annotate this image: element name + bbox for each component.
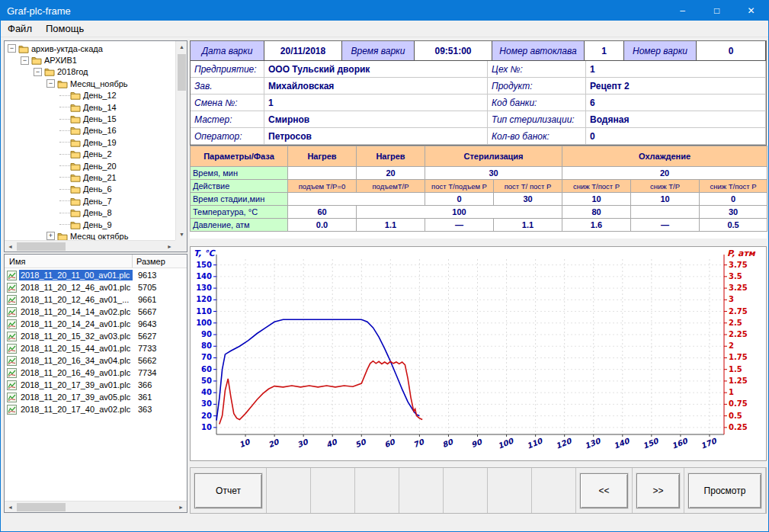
file-row[interactable]: 2018_11_20_12_46_av01_...9661: [5, 293, 187, 306]
tree-item[interactable]: День_14: [5, 101, 175, 113]
tree-item[interactable]: День_16: [5, 125, 175, 136]
tree-item[interactable]: День_20: [5, 160, 175, 171]
scroll-thumb[interactable]: [17, 503, 66, 511]
close-icon[interactable]: ✕: [734, 1, 768, 21]
tree-item[interactable]: День_19: [5, 136, 175, 148]
collapse-icon[interactable]: −: [34, 68, 42, 76]
file-list: Имя Размер 2018_11_20_11_00_av01.plc9613…: [4, 254, 187, 513]
svg-text:130: 130: [584, 436, 602, 450]
tree-item[interactable]: День_8: [5, 207, 175, 218]
menu-help[interactable]: Помощь: [39, 21, 91, 37]
svg-text:3: 3: [729, 295, 734, 303]
tree-item[interactable]: −архив-уктда-скада: [5, 43, 175, 54]
folder-icon: [70, 162, 81, 171]
tree-item[interactable]: День_12: [5, 90, 175, 101]
form-field-value: Водяная: [586, 111, 766, 128]
scroll-right-icon[interactable]: ►: [175, 502, 187, 513]
file-row[interactable]: 2018_11_20_12_46_av01.plc5705: [5, 281, 187, 293]
file-row[interactable]: 2018_11_20_16_34_av04.plc5662: [5, 354, 187, 367]
view-button[interactable]: Просмотр: [688, 473, 761, 508]
form-field-value: ООО Тульский дворик: [264, 61, 488, 78]
phase-header-cell: Охлаждение: [562, 146, 767, 167]
svg-text:50: 50: [201, 377, 212, 385]
bottom-toolbar: Отчет<<>>Просмотр: [190, 467, 767, 514]
folder-icon: [70, 184, 81, 194]
column-header-name[interactable]: Имя: [5, 255, 133, 268]
tree-item[interactable]: День_7: [5, 195, 175, 207]
scroll-left-icon[interactable]: ◄: [5, 502, 16, 513]
svg-text:T, °C: T, °C: [194, 248, 216, 258]
report-button[interactable]: Отчет: [194, 473, 262, 508]
toolbar-cell: <<: [576, 468, 633, 513]
form-field-label: Номер варки: [624, 41, 697, 61]
file-row[interactable]: 2018_11_20_17_39_av01.plc366: [5, 379, 187, 391]
folder-tree: −архив-уктда-скада−АРХИВ1−2018год−Месяц_…: [4, 40, 187, 252]
tree-item[interactable]: День_2: [5, 149, 175, 160]
file-row[interactable]: 2018_11_20_16_49_av01.plc7734: [5, 367, 187, 379]
tree-horizontal-scrollbar[interactable]: ◄ ►: [5, 240, 175, 252]
svg-text:10: 10: [238, 437, 252, 450]
menu-bar: Файл Помощь: [1, 21, 768, 37]
folder-icon: [70, 197, 81, 206]
tree-item[interactable]: −2018год: [5, 66, 175, 78]
list-horizontal-scrollbar[interactable]: ◄ ►: [5, 501, 187, 512]
file-row[interactable]: 2018_11_20_15_44_av01.plc7733: [5, 342, 187, 354]
scrollbar-corner: [175, 240, 187, 252]
expand-icon[interactable]: +: [46, 232, 55, 240]
collapse-icon[interactable]: −: [46, 79, 55, 88]
folder-icon: [57, 79, 68, 88]
svg-text:90: 90: [470, 437, 484, 450]
file-list-header: Имя Размер: [5, 255, 187, 268]
phase-cell: подъемТ/Р: [357, 180, 425, 193]
collapse-icon[interactable]: −: [8, 44, 16, 53]
svg-text:3.25: 3.25: [729, 284, 748, 292]
phase-cell: [288, 193, 425, 206]
file-row[interactable]: 2018_11_20_14_14_av02.plc5667: [5, 306, 187, 318]
title-bar: Graf-plc-frame – □ ✕: [1, 1, 768, 21]
phase-cell: 30: [425, 167, 562, 180]
tree-connector: [59, 142, 70, 143]
folder-icon: [57, 232, 68, 240]
tree-item[interactable]: День_6: [5, 184, 175, 195]
file-row[interactable]: 2018_11_20_11_00_av01.plc9613: [5, 269, 187, 281]
form-field-label: Номер автоклава: [492, 41, 585, 61]
file-row[interactable]: 2018_11_20_14_24_av01.plc9643: [5, 318, 187, 330]
scroll-down-icon[interactable]: ▼: [176, 229, 187, 240]
prev-button[interactable]: <<: [580, 473, 628, 508]
tree-item-label: Месяц_ноябрь: [70, 79, 128, 88]
minimize-icon[interactable]: –: [665, 1, 700, 21]
file-row[interactable]: 2018_11_20_15_32_av03.plc5627: [5, 330, 187, 342]
phase-table-panel: Параметры/ФазаНагревНагревСтерилизацияОх…: [190, 146, 767, 239]
tree-item[interactable]: День_9: [5, 219, 175, 230]
maximize-icon[interactable]: □: [700, 1, 734, 21]
scroll-thumb[interactable]: [17, 242, 66, 251]
tree-item[interactable]: День_15: [5, 113, 175, 124]
tree-item[interactable]: День_21: [5, 171, 175, 183]
tree-item[interactable]: +Месяц октябрь: [5, 230, 175, 240]
tree-vertical-scrollbar[interactable]: ▲ ▼: [175, 41, 187, 240]
svg-text:60: 60: [201, 365, 212, 373]
tree-item[interactable]: −АРХИВ1: [5, 54, 175, 66]
menu-file[interactable]: Файл: [1, 21, 39, 37]
scroll-thumb[interactable]: [178, 54, 186, 91]
tree-item-label: День_6: [83, 184, 112, 194]
column-header-size[interactable]: Размер: [133, 255, 165, 268]
svg-text:2.5: 2.5: [729, 319, 742, 327]
toolbar-cell: [532, 468, 576, 513]
file-size: 363: [133, 405, 152, 414]
file-row[interactable]: 2018_11_20_17_39_av05.plc361: [5, 391, 187, 403]
toolbar-cell: [444, 468, 488, 513]
collapse-icon[interactable]: −: [21, 56, 29, 65]
scroll-up-icon[interactable]: ▲: [176, 41, 187, 53]
svg-text:20: 20: [267, 437, 280, 450]
svg-text:0.25: 0.25: [729, 423, 748, 431]
scroll-right-icon[interactable]: ►: [164, 241, 175, 252]
tree-connector: [59, 107, 70, 107]
toolbar-cells: Отчет<<>>Просмотр: [191, 468, 766, 513]
toolbar-cell: [399, 468, 444, 513]
next-button[interactable]: >>: [636, 473, 680, 508]
scroll-left-icon[interactable]: ◄: [5, 241, 16, 252]
svg-text:0.75: 0.75: [729, 399, 748, 408]
file-row[interactable]: 2018_11_20_17_40_av02.plc363: [5, 403, 187, 415]
tree-item[interactable]: −Месяц_ноябрь: [5, 78, 175, 89]
